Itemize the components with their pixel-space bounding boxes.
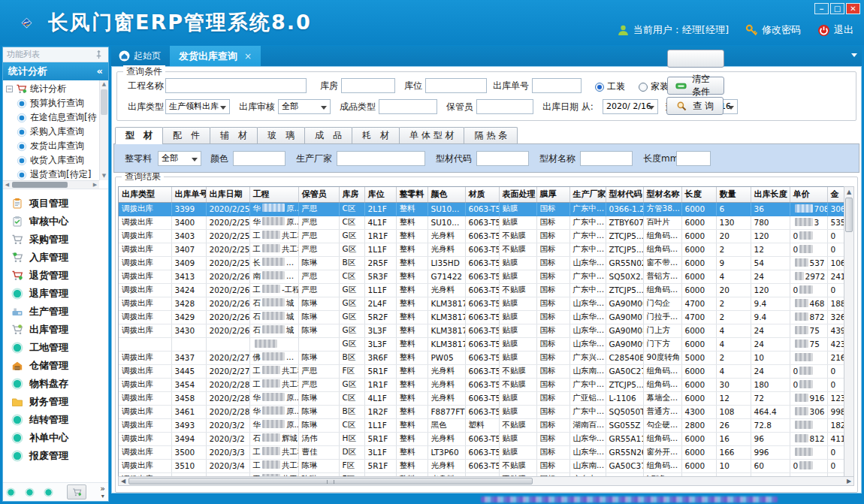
dot-icon[interactable] [25,487,35,497]
material-tab-3[interactable]: 辅 材 [210,127,258,143]
radio-home-decor[interactable]: 家装 [639,80,669,93]
scroll-thumb[interactable] [845,198,853,232]
sidebar-section-header[interactable]: 统计分析 « [3,62,108,80]
warehouse-input[interactable] [341,78,395,93]
sidebar-menu-item[interactable]: 报废管理 [3,447,108,465]
table-row[interactable]: 调拨出库34002020/2/25华原...严思C区4L1F整料SU10...6… [119,216,848,229]
table-row[interactable]: 调拨出库34452020/2/27工共工程严思F区5R1F整料光身料6063-T… [119,364,848,378]
tree-item[interactable]: 采购入库查询 [6,125,99,139]
column-header[interactable]: 型材代码 [606,187,643,202]
pin-icon[interactable] [93,49,104,60]
minimize-button[interactable]: － [814,3,829,14]
out-type-combobox[interactable]: 生产领料出库 [165,99,230,114]
tab-list-dropdown-icon[interactable] [851,53,857,57]
scroll-left-icon[interactable]: ◀ [3,181,11,189]
tree-item[interactable]: 收货入库查询 [6,153,99,167]
sidebar-menu-item[interactable]: 项目管理 [3,195,108,213]
table-row[interactable]: 调拨出库34542020/2/28工共工程严思G区1R1F整料光身料6063-T… [119,378,848,391]
table-row[interactable]: 调拨出库34132020/2/26南...严思C区5R3F整料G71422606… [119,270,848,283]
scroll-thumb[interactable] [101,89,107,115]
column-header[interactable]: 颜色 [427,187,465,202]
sidebar-menu-item[interactable]: 采购管理 [3,231,108,249]
product-type-input[interactable] [379,99,437,114]
column-header[interactable]: 单价 [790,187,827,202]
sidebar-menu-item[interactable]: 审核中心 [3,213,108,231]
sidebar-menu-item[interactable]: 补单中心 [3,429,108,447]
date-from-picker[interactable]: 2020/ 2/16 [603,99,658,114]
column-header[interactable]: 出库日期 [206,187,249,202]
sidebar-menu-item[interactable]: 工地管理 [3,339,108,357]
table-row[interactable]: 调拨出库34932020/3/2华原...陈琳C区1L1F整料黑色塑料不贴膜国标… [119,418,848,432]
sidebar-menu-item[interactable]: 退库管理 [3,285,108,303]
scroll-right-icon[interactable]: ▶ [91,181,99,189]
table-row[interactable]: 调拨出库34242020/2/26工-工程严思G区1L1F整料光身料6063-T… [119,283,848,297]
dot-icon[interactable] [6,487,16,497]
table-row[interactable]: 调拨出库34092020/2/25长...陈琳B区2R5F整料LI35HD606… [119,256,848,270]
tab-close-icon[interactable]: × [244,51,252,62]
order-no-input[interactable] [532,78,582,93]
tree-item[interactable]: 退货查询[待定] [6,167,99,180]
table-row[interactable]: 调拨出库34282020/2/26石城陈琳G区2L4F整料KLM38176063… [119,297,848,310]
sidebar-menu-item[interactable]: 仓储管理 [3,357,108,375]
dot-icon[interactable] [44,487,53,497]
table-row[interactable]: 调拨出库34582020/2/28华原...陈琳C区4L1F整料光身料6063-… [119,391,848,405]
table-vertical-scrollbar[interactable]: ▲ ▼ [844,186,854,485]
sidebar-menu-item[interactable]: 退货管理 [3,267,108,285]
scroll-left-icon[interactable]: ◀ [119,477,128,485]
length-input[interactable] [676,151,711,166]
table-row[interactable]: 调拨出库34372020/2/27佛...陈琳B区3R6F整料PW056063-… [119,351,848,364]
scroll-thumb[interactable] [12,182,68,188]
manufacturer-input[interactable] [337,151,425,166]
table-row[interactable]: 调拨出库34612020/2/28华原...陈琳B区1R2F整料F8877FT6… [119,405,848,418]
column-header[interactable]: 库房 [339,187,364,202]
column-header[interactable]: 表面处理 [499,187,536,202]
profile-name-input[interactable] [580,151,633,166]
material-tab-6[interactable]: 耗 材 [352,127,400,143]
column-header[interactable]: 型材名称 [643,187,681,202]
logout-button[interactable]: 退出 [817,23,853,37]
scroll-thumb[interactable] [128,478,533,484]
tree-horizontal-scrollbar[interactable]: ◀ ▶ [3,180,99,189]
table-row[interactable]: 调拨出库35102020/3/4工共工程陈琳F区5R1F整料光身料6063-T5… [119,459,848,472]
collapse-icon[interactable]: « [97,62,103,80]
table-row[interactable]: 调拨出库34292020/2/26石城陈琳G区5R2F整料KLM38176063… [119,310,848,324]
sidebar-menu-item[interactable]: 物料盘存 [3,375,108,393]
sidebar-menu-item[interactable]: 生产管理 [3,303,108,321]
column-header[interactable]: 整零料 [396,187,427,202]
table-horizontal-scrollbar[interactable]: ◀ ▶ [118,476,854,486]
column-header[interactable]: 材质 [465,187,499,202]
sidebar-menu-item[interactable]: 入库管理 [3,249,108,267]
tree-root[interactable]: − 统计分析 [6,82,99,96]
tree-vertical-scrollbar[interactable]: ▲ ▼ [99,80,108,180]
sidebar-menu-item[interactable]: 出库管理 [3,321,108,339]
table-row[interactable]: 调拨出库34032020/2/25工共工程严思G区1R1F整料光身料6063-T… [119,229,848,243]
material-tab-4[interactable]: 玻 璃 [257,127,305,143]
material-tab-1[interactable]: 型 材 [115,127,163,144]
scroll-up-icon[interactable]: ▲ [844,187,853,197]
tree-item[interactable]: 发货出库查询 [6,139,99,153]
column-header[interactable]: 库位 [364,187,396,202]
column-header[interactable]: 出库长度 [751,187,790,202]
close-button[interactable]: ✕ [846,3,860,14]
table-row[interactable]: 调拨出库34302020/2/26石城陈琳G区3L3F整料KLM38176063… [119,324,848,337]
overflow-more-button[interactable]: » ▾ [100,485,105,499]
material-tab-8[interactable]: 隔 热 条 [464,127,518,143]
change-password-button[interactable]: 修改密码 [745,23,801,37]
column-header[interactable]: 工程 [249,187,298,202]
table-row[interactable]: 调拨出库35002020/3/3工共工程曹佳D区3L1F整料LT3P606063… [119,445,848,459]
maximize-button[interactable]: □ [830,3,844,14]
tab-shipping-outbound-query[interactable]: 发货出库查询 × [170,46,261,66]
radio-work-clothes[interactable]: 工装 [595,80,625,93]
scroll-up-icon[interactable]: ▲ [100,80,108,89]
tree-item[interactable]: 在途信息查询[待 [6,110,99,125]
audit-combobox[interactable]: 全部 [278,99,331,114]
cart-toolbar-button[interactable] [67,484,86,499]
location-input[interactable] [425,78,487,93]
table-row[interactable]: G区3L3F整料KLM38176063-T5贴膜国标山东华...GA90M09.… [119,337,848,351]
color-input[interactable] [233,151,285,166]
clear-conditions-button[interactable]: 清空条件 [667,77,724,95]
tree-expander-icon[interactable]: − [6,86,13,92]
column-header[interactable]: 出库单号 [171,187,206,202]
keeper-input[interactable] [476,99,533,114]
column-header[interactable]: 数量 [716,187,751,202]
